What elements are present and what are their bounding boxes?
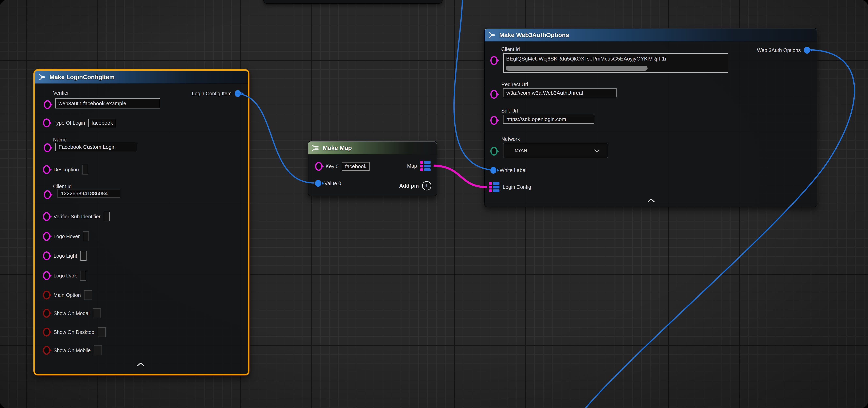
wire-web3authoptions-to-offscreen[interactable]: [586, 50, 855, 408]
wire-offscreen-to-whitelabel[interactable]: [454, 0, 490, 170]
blueprint-canvas[interactable]: Make LoginConfigItem Login Config Item V…: [0, 0, 868, 408]
wire-loginconfigitem-to-value0[interactable]: [236, 94, 314, 183]
wire-map-to-loginconfig[interactable]: [434, 166, 487, 187]
